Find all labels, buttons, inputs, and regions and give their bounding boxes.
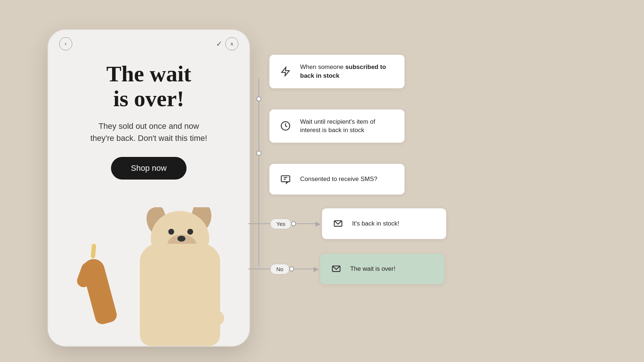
branch-no-hline (248, 269, 270, 269)
phone-subtext: They sold out once and now they're back.… (87, 120, 211, 144)
branch-yes-row: Yes ▶ It's back in stock! (248, 197, 486, 239)
treat (91, 244, 96, 259)
hand-treat (77, 244, 121, 324)
condition-card: Consented to receive SMS? (269, 164, 405, 195)
dog-body (140, 244, 220, 346)
branch-no-label: No (270, 264, 290, 274)
flow-dot-1 (256, 96, 261, 101)
phone-content: The wait is over! They sold out once and… (48, 54, 249, 207)
message-icon (331, 216, 345, 231)
condition-card-text: Consented to receive SMS? (300, 175, 377, 184)
lightning-icon (278, 64, 293, 79)
wait-card: Wait until recipient's item of interest … (269, 109, 405, 143)
trigger-card: When someone subscribed to back in stock (269, 55, 405, 88)
phone-image-area (48, 207, 249, 346)
check-icon: ✓ (216, 39, 222, 48)
branch-yes-label: Yes (270, 219, 291, 229)
trigger-card-text: When someone subscribed to back in stock (300, 63, 396, 80)
branch-yes-hline (248, 223, 270, 224)
branch-yes-arrow-line (296, 223, 318, 224)
flow-node-wait: Wait until recipient's item of interest … (248, 109, 486, 143)
connector-1 (248, 88, 486, 109)
shop-now-button[interactable]: Shop now (111, 157, 187, 180)
phone-headline: The wait is over! (106, 61, 191, 111)
connector-2 (248, 143, 486, 164)
dog-eye-left (168, 229, 174, 235)
branch-no-row: No ▶ The wait is over! (248, 254, 486, 284)
svg-point-8 (291, 222, 296, 226)
branch-no-arrow-line (294, 269, 316, 269)
branch-spacer (248, 239, 486, 254)
arrow-no-head: ▶ (314, 265, 319, 273)
svg-rect-3 (281, 176, 290, 182)
svg-point-13 (290, 267, 294, 271)
phone-topbar: ‹ ✓ ∧ (48, 30, 249, 54)
wait-card-text: Wait until recipient's item of interest … (300, 118, 396, 135)
no-card-text: The wait is over! (350, 265, 395, 273)
clock-icon (278, 119, 293, 133)
dog-scene (48, 207, 249, 346)
svg-marker-1 (282, 67, 290, 76)
yes-card: It's back in stock! (322, 208, 446, 239)
back-button[interactable]: ‹ (59, 37, 72, 50)
flow-dot-2 (256, 151, 261, 156)
yes-card-text: It's back in stock! (352, 219, 399, 228)
flow-branch: Yes ▶ It's back in stock! (248, 197, 486, 284)
hand-body (80, 257, 119, 326)
flow-node-condition: Consented to receive SMS? (248, 164, 486, 195)
no-card: The wait is over! (320, 254, 444, 284)
chevron-up-icon: ∧ (230, 41, 234, 47)
dog-nose (177, 236, 185, 242)
phone-mockup: ‹ ✓ ∧ The wait is over! They sold out on… (47, 29, 250, 347)
dog (129, 207, 238, 346)
sms-icon (278, 172, 293, 186)
arrow-yes-head: ▶ (315, 220, 321, 228)
collapse-button[interactable]: ∧ (225, 37, 238, 50)
dog-eye-right (187, 229, 193, 235)
chevron-left-icon: ‹ (65, 41, 66, 47)
email-icon (329, 262, 344, 276)
flow-node-trigger: When someone subscribed to back in stock (248, 55, 486, 88)
flowchart: When someone subscribed to back in stock… (248, 55, 486, 292)
